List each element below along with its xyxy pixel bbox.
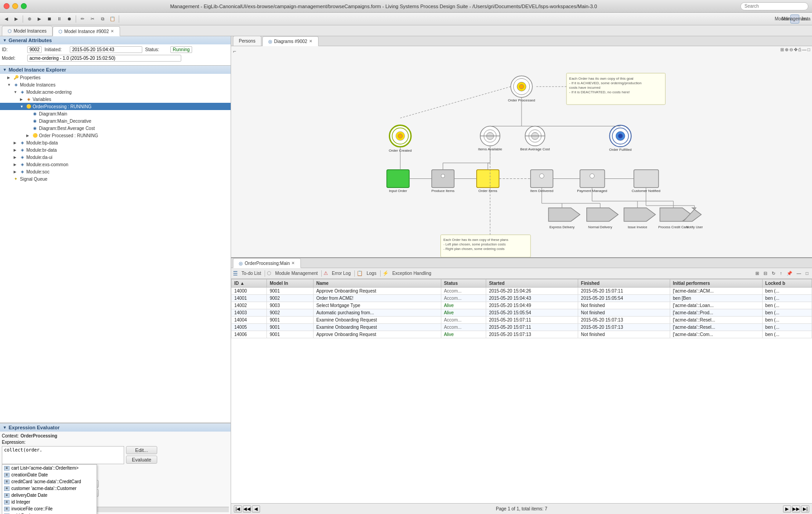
tree-item-soc[interactable]: ▶ ◈ Module:soc: [0, 168, 231, 175]
ac-item-id[interactable]: ≡ id Integer: [2, 499, 97, 505]
nav-btn-3[interactable]: ⏹: [45, 14, 54, 24]
diagram-print[interactable]: ⎙: [798, 47, 801, 52]
tree-item-bp-data[interactable]: ▶ ◈ Module:bp-data: [0, 139, 231, 146]
nav-btn-1[interactable]: ⊕: [25, 14, 34, 24]
tree-item-properties[interactable]: ▶ 🔑 Properties: [0, 74, 231, 81]
logs-icon: 📋: [357, 270, 363, 276]
back-page-btn[interactable]: ◀: [252, 505, 260, 513]
diagram-maximize[interactable]: □: [807, 47, 810, 52]
tree-item-br-data[interactable]: ▶ ◈ Module:br-data: [0, 146, 231, 154]
tree-item-da-ui[interactable]: ▶ ◈ Module:da-ui: [0, 154, 231, 161]
col-started[interactable]: Started: [486, 279, 578, 288]
nav-btn-2[interactable]: ▶: [35, 14, 44, 24]
edit-button[interactable]: Edit...: [126, 446, 157, 454]
field-icon: ≡: [4, 466, 10, 471]
expression-input[interactable]: collect(order.: [2, 446, 124, 464]
perspective-java[interactable]: Java: [801, 14, 810, 24]
tab-model-instance-9002[interactable]: ⬡ Model Instance #9002 ✕: [53, 26, 120, 36]
close-button[interactable]: [4, 3, 10, 9]
tab-order-processing-main[interactable]: ◎ OrderProcessing:Main ✕: [233, 258, 301, 268]
tree-item-module-instances[interactable]: ▼ ◈ Module Instances: [0, 81, 231, 88]
first-page-btn[interactable]: |◀: [234, 505, 242, 513]
nav-btn-5[interactable]: ⏺: [65, 14, 74, 24]
exception-handling-btn[interactable]: Exception Handling: [391, 270, 433, 277]
next-page-btn[interactable]: ▶: [783, 505, 791, 513]
table-row[interactable]: 14000 9001 Approve Onboarding Request Ac…: [232, 288, 812, 295]
diagram-pan[interactable]: ✥: [794, 47, 798, 52]
minimize-panel-btn[interactable]: —: [795, 270, 803, 277]
diagram-minimize[interactable]: —: [802, 47, 807, 52]
table-row[interactable]: 14002 9003 Select Mortgage Type Alive 20…: [232, 302, 812, 309]
back-button[interactable]: ◀: [2, 14, 11, 24]
model-explorer-header[interactable]: ▼ Model Instance Explorer: [0, 66, 231, 74]
table-filter-btn[interactable]: ⊟: [762, 270, 769, 277]
tree-item-diagram-decorative[interactable]: ▶ ◉ Diagram:Main_Decorative: [0, 117, 231, 125]
general-attributes-header[interactable]: ▼ General Attributes: [0, 36, 231, 44]
tab-close-icon[interactable]: ✕: [291, 261, 295, 265]
tab-model-instances[interactable]: ⬡ Model Instances: [2, 26, 53, 36]
tab-diagrams-9002[interactable]: ◎ Diagrams #9002 ✕: [262, 36, 319, 46]
tab-close-icon[interactable]: ✕: [111, 29, 114, 34]
tree-item-signal-queue[interactable]: ▶ ✦ Signal Queue: [0, 175, 231, 183]
arrow-icon: ▼: [14, 90, 18, 94]
table-row[interactable]: 14004 9001 Examine Onboarding Request Ac…: [232, 317, 812, 324]
col-status[interactable]: Status: [441, 279, 486, 288]
cut-btn[interactable]: ✂: [88, 14, 97, 24]
ac-item-credit-card[interactable]: ≡ creditCard 'acme-data'::CreditCard: [2, 478, 97, 485]
minimize-button[interactable]: [12, 3, 18, 9]
col-model-in[interactable]: Model In: [267, 279, 314, 288]
evaluate-button[interactable]: Evaluate: [126, 456, 157, 464]
ac-item-paid[interactable]: ≡ paid Boolean: [2, 512, 97, 514]
export-btn[interactable]: ↑: [778, 270, 784, 277]
table-row[interactable]: 14003 9002 Automatic purchasing from... …: [232, 309, 812, 317]
tab-close-icon[interactable]: ✕: [309, 39, 313, 43]
refresh-btn[interactable]: ↻: [770, 270, 777, 277]
edit-btn[interactable]: ✏: [78, 14, 87, 24]
col-id[interactable]: ID ▲: [232, 279, 267, 288]
diagram-zoom-in[interactable]: ⊕: [785, 47, 788, 52]
col-name[interactable]: Name: [313, 279, 441, 288]
logs-btn[interactable]: Logs: [365, 270, 378, 277]
module-management-btn[interactable]: Module Management: [273, 270, 319, 277]
search-input[interactable]: [740, 2, 808, 10]
ac-item-customer[interactable]: ≡ customer 'acme-data'::Customer: [2, 485, 97, 492]
col-finished[interactable]: Finished: [578, 279, 670, 288]
prev-page-btn[interactable]: ◀◀: [243, 505, 251, 513]
col-locked[interactable]: Locked b: [762, 279, 812, 288]
tree-item-diagram-main[interactable]: ▶ ◉ Diagram:Main: [0, 110, 231, 117]
table-row[interactable]: 14005 9001 Examine Onboarding Request Ac…: [232, 324, 812, 331]
context-row: Context: OrderProcessing: [2, 433, 229, 438]
last-page-btn[interactable]: ▶|: [801, 505, 809, 513]
diagram-zoom-fit[interactable]: ⊞: [780, 47, 784, 52]
forward-button[interactable]: ▶: [12, 14, 21, 24]
todo-list-btn[interactable]: To-do List: [240, 270, 263, 277]
table-col-btn[interactable]: ⊞: [754, 270, 761, 277]
tab-persons[interactable]: Persons: [233, 36, 261, 46]
tree-item-variables[interactable]: ▶ ◈ Variables: [0, 96, 231, 103]
maximize-button[interactable]: [21, 3, 27, 9]
diagram-zoom-out[interactable]: ⊖: [789, 47, 793, 52]
expression-evaluator-header[interactable]: ▼ Expression Evaluator: [0, 423, 231, 432]
perspective-management[interactable]: Management: [790, 14, 799, 24]
next-next-page-btn[interactable]: ▶▶: [792, 505, 800, 513]
cell-finished: 2015-05-20 15:07:11: [578, 288, 670, 295]
ac-item-invoice-file[interactable]: ≡ invoiceFile core::File: [2, 505, 97, 512]
paste-btn[interactable]: 📋: [108, 14, 117, 24]
table-row[interactable]: 14001 9002 Order from ACME! Accom... 201…: [232, 295, 812, 302]
ac-item-cart[interactable]: ≡ cart List<'acme-data'::OrderItem>: [2, 465, 97, 471]
arrow-icon: ▶: [20, 97, 24, 101]
pin-btn[interactable]: 📌: [785, 270, 794, 277]
tree-item-exs-common[interactable]: ▶ ◈ Module:exs-common: [0, 161, 231, 168]
nav-btn-4[interactable]: ⏸: [55, 14, 64, 24]
tree-item-order-processing[interactable]: ▼ 🟡 OrderProcessing : RUNNING: [0, 103, 231, 110]
ac-item-creation-date[interactable]: ≡ creationDate Date: [2, 471, 97, 478]
error-log-btn[interactable]: Error Log: [330, 270, 353, 277]
copy-btn[interactable]: ⧉: [98, 14, 107, 24]
tree-item-order-processed-running[interactable]: ▶ 🟡 Order Processed : RUNNING: [0, 132, 231, 139]
tree-item-diagram-best-avg[interactable]: ▶ ◉ Diagram:Best Average Cost: [0, 125, 231, 132]
maximize-panel-btn[interactable]: □: [804, 270, 810, 277]
col-performers[interactable]: Initial performers: [670, 279, 763, 288]
tree-item-acme-ordering[interactable]: ▼ ◈ Module:acme-ordering: [0, 88, 231, 96]
table-row[interactable]: 14006 9001 Approve Onboarding Request Al…: [232, 331, 812, 338]
ac-item-delivery-date[interactable]: ≡ deliveryDate Date: [2, 492, 97, 499]
